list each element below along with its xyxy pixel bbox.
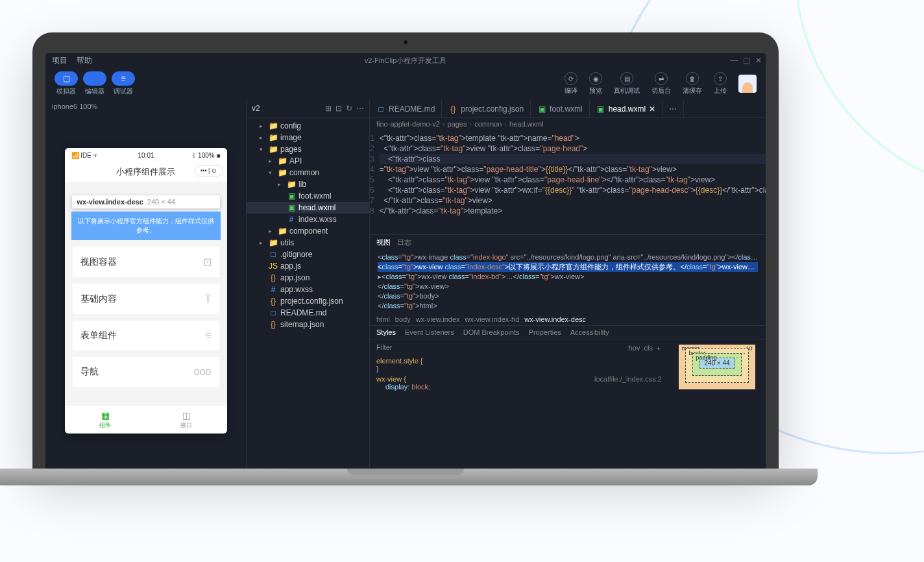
window-title: v2-FinClip小程序开发工具 [365,56,447,66]
editor-tab[interactable]: ▣head.wxml ✕ [590,100,663,117]
win-close-icon[interactable]: ✕ [755,56,762,65]
styles-tab[interactable]: Styles [376,328,396,336]
action-5[interactable]: ⇪上传 [714,72,727,95]
list-item[interactable]: 视图容器⊡ [73,247,219,277]
dom-tree[interactable]: <class="tg">wx-image class="index-logo" … [370,250,766,313]
avatar[interactable] [738,75,757,93]
phone-tab[interactable]: ▦组件 [65,406,146,434]
action-0[interactable]: ⟳编译 [565,72,578,95]
file-explorer: v2 ⊞⊡↻⋯ ▸📁config▸📁image▾📁pages▸📁API▾📁com… [247,100,370,469]
mode-1[interactable]: 编辑器 [83,71,106,96]
tree-node[interactable]: ▸📁lib [247,178,369,190]
breadcrumb: fino-applet-demo-v2›pages›common›head.wx… [370,118,766,130]
win-maximize-icon[interactable]: ▢ [743,56,750,65]
phone-preview: 📶 IDE ᯤ 10:01 ᛒ 100% ■ 小程序组件展示 ••• | ⊙ w… [65,148,227,434]
inspector-tooltip: wx-view.index-desc 240 × 44 [71,195,221,209]
list-item[interactable]: 导航ooo [73,357,219,387]
tree-node[interactable]: ▸📁config [247,120,369,132]
tree-action-icon[interactable]: ⋯ [356,104,364,113]
code-editor[interactable]: 12345678 <"tk-attr">class="tk-tag">templ… [370,130,766,234]
menubar: 项目 帮助 v2-FinClip小程序开发工具 — ▢ ✕ [45,53,766,67]
editor-tab[interactable]: {}project.config.json [442,100,531,117]
tree-node[interactable]: ▾📁common [247,167,369,178]
tab-more-icon[interactable]: ⋯ [663,100,684,117]
tree-node[interactable]: {}project.config.json [247,295,369,307]
tree-action-icon[interactable]: ↻ [346,104,352,113]
tree-node[interactable]: ▣foot.wxml [247,190,369,202]
action-1[interactable]: ◉预览 [589,72,602,95]
app-title: 小程序组件展示 [116,167,175,177]
devtools-panel: 视图日志 <class="tg">wx-image class="index-l… [370,234,766,469]
editor-panel: □README.md{}project.config.json▣foot.wxm… [370,100,766,469]
styles-hov-cls[interactable]: :hov .cls ＋ [627,343,662,353]
editor-tab[interactable]: □README.md [370,100,442,117]
toolbar: ▢模拟器编辑器≡调试器 ⟳编译◉预览▤真机调试⇄切后台🗑清缓存⇪上传 [45,67,766,100]
menu-help[interactable]: 帮助 [77,55,92,66]
tree-node[interactable]: #app.wxss [247,284,369,295]
list-item[interactable]: 基础内容𝕋 [73,284,219,314]
tree-node[interactable]: ▣head.wxml [247,202,369,214]
styles-tab[interactable]: Accessibility [570,328,609,336]
dom-breadcrumb[interactable]: htmlbodywx-view.indexwx-view.index-hdwx-… [370,313,766,325]
list-item[interactable]: 表单组件≡ [73,321,219,350]
tree-node[interactable]: #index.wxss [247,214,369,225]
phone-tab[interactable]: ◫接口 [146,406,227,434]
dev-tab[interactable]: 视图 [376,238,391,247]
styles-tab[interactable]: Properties [529,328,561,336]
tree-node[interactable]: ▸📁API [247,155,369,167]
tree-action-icon[interactable]: ⊞ [325,104,332,113]
status-battery: ᛒ 100% ■ [192,152,220,159]
tree-node[interactable]: {}app.json [247,272,369,284]
win-minimize-icon[interactable]: — [730,56,738,65]
styles-filter[interactable]: Filter [376,343,392,353]
dev-tab[interactable]: 日志 [397,238,411,247]
styles-tab[interactable]: DOM Breakpoints [463,328,520,336]
laptop-frame: 项目 帮助 v2-FinClip小程序开发工具 — ▢ ✕ ▢模拟器编辑器≡调试… [32,32,779,485]
tree-node[interactable]: ▸📁utils [247,237,369,249]
tree-action-icon[interactable]: ⊡ [335,104,342,113]
box-model: margin 10 border - padding - 240 × 4 [668,339,766,469]
tree-node[interactable]: ▾📁pages [247,143,369,155]
status-time: 10:01 [138,152,154,159]
sim-device-info: iphone6 100% [45,100,246,113]
capsule-button[interactable]: ••• | ⊙ [195,165,223,177]
mode-0[interactable]: ▢模拟器 [55,71,78,96]
simulator-panel: iphone6 100% 📶 IDE ᯤ 10:01 ᛒ 100% ■ 小程序组… [45,100,247,469]
tree-node[interactable]: ▸📁image [247,132,369,143]
tree-node[interactable]: □README.md [247,307,369,319]
tree-node[interactable]: □.gitignore [247,249,369,260]
mode-2[interactable]: ≡调试器 [112,71,135,96]
tree-node[interactable]: ▸📁component [247,225,369,237]
editor-tab[interactable]: ▣foot.wxml [531,100,590,117]
project-root[interactable]: v2 [252,104,260,113]
styles-tab[interactable]: Event Listeners [405,328,454,336]
tree-node[interactable]: JSapp.js [247,260,369,272]
tree-node[interactable]: {}sitemap.json [247,319,369,330]
action-4[interactable]: 🗑清缓存 [683,72,702,95]
ide-screen: 项目 帮助 v2-FinClip小程序开发工具 — ▢ ✕ ▢模拟器编辑器≡调试… [45,53,766,469]
menu-project[interactable]: 项目 [52,55,67,66]
action-3[interactable]: ⇄切后台 [651,72,671,95]
close-icon[interactable]: ✕ [649,104,655,114]
status-signal: 📶 IDE ᯤ [71,152,100,159]
action-2[interactable]: ▤真机调试 [614,72,640,95]
selected-element[interactable]: 以下将展示小程序官方组件能力，组件样式仅供参考。 [71,212,221,240]
